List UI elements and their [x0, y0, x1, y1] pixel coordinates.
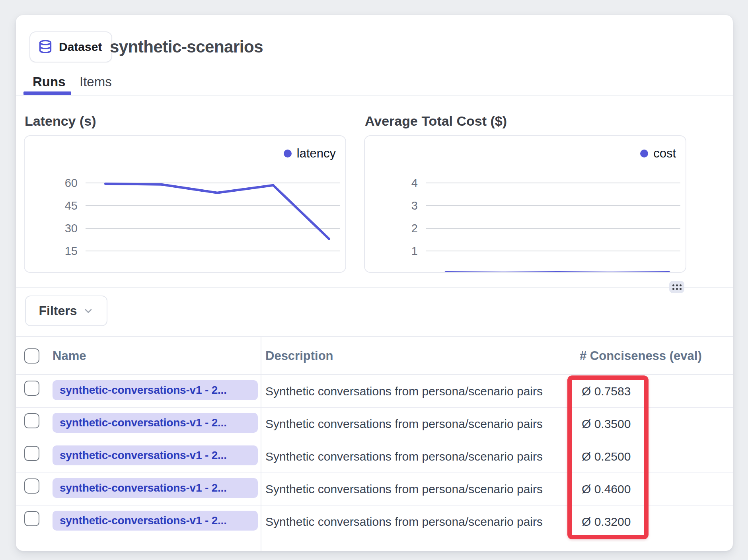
name-column-header: Name	[53, 337, 86, 375]
row-checkbox[interactable]	[24, 478, 39, 494]
cost-legend: cost	[640, 146, 676, 161]
filters-label: Filters	[39, 303, 77, 318]
conciseness-value: Ø 0.7583	[582, 375, 631, 408]
svg-text:2: 2	[411, 222, 418, 235]
tab-items[interactable]: Items	[80, 72, 112, 92]
run-name-link[interactable]: synthetic-conversations-v1 - 2...	[53, 478, 258, 498]
table-header: Name Description # Conciseness (eval)	[16, 336, 733, 375]
conciseness-value: Ø 0.4600	[582, 473, 631, 506]
description-column-header: Description	[265, 337, 333, 375]
svg-text:3: 3	[411, 199, 418, 212]
database-icon	[37, 39, 53, 55]
filters-button[interactable]: Filters	[25, 296, 107, 326]
run-description: Synthetic conversations from persona/sce…	[265, 506, 543, 538]
chevron-down-icon	[83, 305, 94, 317]
run-name-link[interactable]: synthetic-conversations-v1 - 2...	[53, 380, 258, 400]
row-checkbox[interactable]	[24, 381, 39, 396]
legend-label: cost	[653, 146, 676, 161]
legend-dot-icon	[284, 150, 292, 158]
svg-text:30: 30	[65, 222, 78, 235]
dataset-page-card: Dataset synthetic-scenarios Runs Items L…	[16, 15, 733, 551]
conciseness-column-header: # Conciseness (eval)	[580, 337, 702, 375]
latency-chart-title: Latency (s)	[25, 113, 96, 129]
table-row: synthetic-conversations-v1 - 2... Synthe…	[16, 506, 733, 538]
select-all-checkbox[interactable]	[24, 348, 39, 364]
cost-chart: 4321	[365, 136, 686, 272]
run-description: Synthetic conversations from persona/sce…	[265, 473, 543, 506]
run-description: Synthetic conversations from persona/sce…	[265, 408, 543, 440]
drag-handle[interactable]	[669, 281, 684, 293]
table-row: synthetic-conversations-v1 - 2... Synthe…	[16, 408, 733, 440]
latency-chart-card: 60453015 latency	[24, 135, 346, 273]
active-tab-underline	[23, 91, 71, 95]
section-divider	[16, 287, 733, 288]
run-name-link[interactable]: synthetic-conversations-v1 - 2...	[53, 511, 258, 531]
row-checkbox[interactable]	[24, 446, 39, 461]
table-row: synthetic-conversations-v1 - 2... Synthe…	[16, 440, 733, 473]
conciseness-value: Ø 0.3200	[582, 506, 631, 538]
latency-legend: latency	[284, 146, 336, 161]
svg-text:60: 60	[65, 177, 78, 189]
legend-label: latency	[297, 146, 336, 161]
grip-dots-icon	[672, 284, 682, 290]
cost-chart-card: 4321 cost	[364, 135, 686, 273]
svg-text:4: 4	[411, 177, 418, 189]
svg-text:1: 1	[411, 245, 418, 257]
runs-table-body: synthetic-conversations-v1 - 2... Synthe…	[16, 375, 733, 538]
svg-text:15: 15	[65, 245, 78, 257]
tabs-divider	[16, 95, 733, 96]
svg-text:45: 45	[65, 199, 78, 212]
dataset-type-badge: Dataset	[29, 31, 112, 62]
page-title: synthetic-scenarios	[110, 31, 263, 62]
row-checkbox[interactable]	[24, 511, 39, 526]
row-checkbox[interactable]	[24, 413, 39, 428]
tab-runs[interactable]: Runs	[33, 72, 66, 92]
conciseness-value: Ø 0.3500	[582, 408, 631, 440]
badge-label: Dataset	[59, 40, 102, 54]
run-name-link[interactable]: synthetic-conversations-v1 - 2...	[53, 445, 258, 465]
run-description: Synthetic conversations from persona/sce…	[265, 440, 543, 473]
conciseness-value: Ø 0.2500	[582, 440, 631, 473]
run-description: Synthetic conversations from persona/sce…	[265, 375, 543, 408]
legend-dot-icon	[640, 150, 648, 158]
table-row: synthetic-conversations-v1 - 2... Synthe…	[16, 473, 733, 506]
run-name-link[interactable]: synthetic-conversations-v1 - 2...	[53, 413, 258, 433]
table-row: synthetic-conversations-v1 - 2... Synthe…	[16, 375, 733, 408]
cost-chart-title: Average Total Cost ($)	[365, 113, 507, 129]
